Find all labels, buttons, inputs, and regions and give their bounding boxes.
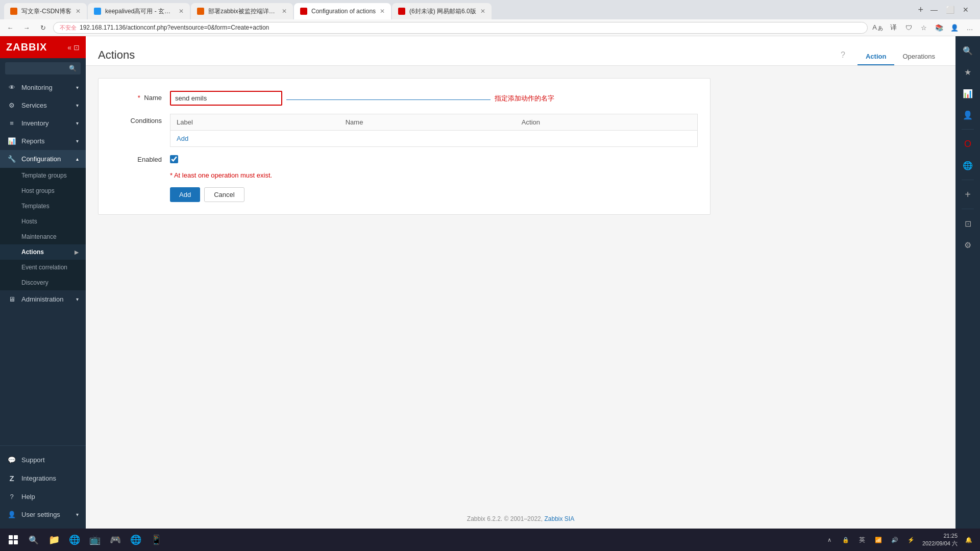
taskbar-lang-icon: 英: [855, 533, 869, 547]
tab-operations[interactable]: Operations: [894, 48, 943, 65]
start-button[interactable]: [4, 531, 22, 549]
tab-action[interactable]: Action: [857, 48, 894, 65]
conditions-section: Conditions Label Name Action: [111, 114, 698, 147]
sidebar-item-monitoring[interactable]: 👁 Monitoring ▾: [0, 79, 86, 96]
sidebar-item-help[interactable]: ? Help: [0, 488, 86, 506]
close-button[interactable]: ✕: [960, 6, 972, 14]
taskbar-chrome-button[interactable]: 🌐: [65, 531, 84, 549]
taskbar-clock[interactable]: 21:25 2022/09/04 六: [922, 532, 958, 548]
page-footer: Zabbix 6.2.2. © 2001–2022, Zabbix SIA: [86, 509, 955, 529]
right-panel-office-button[interactable]: O: [959, 135, 977, 153]
enabled-label: Enabled: [111, 156, 162, 163]
browser-tab-tab1[interactable]: 写文章-CSDN博客 ✕: [4, 3, 87, 19]
tab-close-tab5[interactable]: ✕: [480, 8, 485, 15]
browser-tab-tab3[interactable]: 部署zabbix被监控端详解 - 玄凌… ✕: [191, 3, 293, 19]
taskbar-up-arrow-button[interactable]: ∧: [822, 533, 837, 547]
add-button[interactable]: Add: [170, 187, 200, 202]
tab-close-tab3[interactable]: ✕: [282, 8, 287, 15]
cancel-button[interactable]: Cancel: [204, 187, 244, 202]
footer-link[interactable]: Zabbix SIA: [544, 515, 574, 522]
shield-icon[interactable]: 🛡: [902, 21, 915, 34]
sidebar-item-label: Reports: [21, 137, 45, 145]
read-aloud-button[interactable]: Aぁ: [872, 21, 884, 34]
conditions-table: Label Name Action Add: [170, 114, 698, 147]
sidebar-item-integrations[interactable]: Z Integrations: [0, 469, 86, 488]
inventory-icon: ≡: [7, 119, 16, 127]
form-panel: * Name 指定添加动作的名字: [98, 78, 710, 215]
right-panel-user-button[interactable]: 👤: [959, 106, 977, 124]
error-message: * At least one operation must exist.: [170, 171, 698, 179]
sidebar-item-configuration[interactable]: 🔧 Configuration ▴: [0, 150, 86, 168]
sidebar-item-inventory[interactable]: ≡ Inventory ▾: [0, 114, 86, 132]
taskbar-search-button[interactable]: 🔍: [24, 531, 43, 549]
right-panel-settings-button[interactable]: ⚙: [959, 236, 977, 254]
submenu-item-discovery[interactable]: Discovery: [0, 275, 86, 290]
profile-button[interactable]: 👤: [948, 21, 961, 34]
chevron-down-icon: ▾: [76, 120, 79, 126]
search-input[interactable]: [9, 65, 69, 72]
sidebar-item-user-settings[interactable]: 👤 User settings ▾: [0, 506, 86, 523]
taskbar-tablet-button[interactable]: 📱: [147, 531, 165, 549]
refresh-button[interactable]: ↻: [37, 21, 49, 34]
name-hint-text: 指定添加动作的名字: [495, 94, 554, 103]
address-text: 192.168.171.136/actionconf.php?eventsour…: [80, 24, 269, 31]
tab-close-tab4[interactable]: ✕: [380, 8, 385, 15]
tab-close-tab2[interactable]: ✕: [179, 8, 184, 15]
page-header: Actions ? Action Operations: [86, 36, 955, 66]
taskbar-app4-button[interactable]: 🎮: [106, 531, 125, 549]
sidebar-item-label: Services: [21, 102, 47, 109]
browser-tab-tab5[interactable]: (6封未读) 网易邮箱6.0版 ✕: [392, 3, 492, 19]
right-panel-edge-button[interactable]: 🌐: [959, 156, 977, 174]
col-header-name: Name: [339, 114, 516, 131]
submenu-item-templates[interactable]: Templates: [0, 198, 86, 214]
restore-button[interactable]: ⬜: [943, 6, 958, 14]
name-input[interactable]: [170, 91, 282, 106]
right-panel-star-button[interactable]: ★: [959, 63, 977, 81]
right-panel-search-button[interactable]: 🔍: [959, 41, 977, 60]
minimize-button[interactable]: —: [927, 6, 941, 14]
collapse-sidebar-button[interactable]: «: [67, 43, 71, 52]
taskbar-notification-button[interactable]: 🔔: [962, 533, 976, 547]
submenu-item-event-correlation[interactable]: Event correlation: [0, 260, 86, 275]
address-bar[interactable]: 不安全 192.168.171.136/actionconf.php?event…: [53, 22, 868, 34]
browser-tab-tab4[interactable]: Configuration of actions ✕: [294, 3, 391, 19]
sidebar-settings-button[interactable]: ⊡: [74, 43, 80, 52]
configuration-icon: 🔧: [7, 155, 16, 163]
favorites-button[interactable]: ☆: [918, 21, 930, 34]
new-tab-button[interactable]: +: [916, 5, 925, 15]
browser-tab-tab2[interactable]: keepalived高可用 - 玄凌道人 ✕: [88, 3, 190, 19]
right-panel-separator2: [962, 180, 974, 180]
more-button[interactable]: …: [964, 21, 976, 34]
submenu-item-template-groups[interactable]: Template groups: [0, 168, 86, 183]
taskbar-wifi-icon[interactable]: 📶: [871, 533, 886, 547]
tab-close-tab1[interactable]: ✕: [76, 8, 81, 15]
enabled-checkbox[interactable]: [170, 155, 178, 163]
taskbar-battery-icon: ⚡: [904, 533, 918, 547]
submenu-item-actions[interactable]: Actions ▶: [0, 244, 86, 260]
taskbar-right: ∧ 🔒 英 📶 🔊 ⚡ 21:25 2022/09/04 六 🔔: [822, 532, 976, 548]
right-panel-add-button[interactable]: +: [959, 185, 977, 204]
translate-button[interactable]: 译: [887, 21, 899, 34]
sidebar-item-reports[interactable]: 📊 Reports ▾: [0, 132, 86, 150]
sidebar-item-label: Configuration: [21, 155, 61, 163]
collections-button[interactable]: 📚: [933, 21, 945, 34]
add-condition-link[interactable]: Add: [177, 135, 188, 142]
svg-rect-0: [9, 535, 13, 539]
sidebar-item-services[interactable]: ⚙ Services ▾: [0, 96, 86, 114]
submenu-item-host-groups[interactable]: Host groups: [0, 183, 86, 198]
submenu-item-maintenance[interactable]: Maintenance: [0, 229, 86, 244]
right-panel: 🔍 ★ 📊 👤 O 🌐 + ⊡ ⚙: [955, 36, 980, 529]
back-button[interactable]: ←: [4, 21, 16, 34]
taskbar-edge-button[interactable]: 🌐: [127, 531, 145, 549]
submenu-item-hosts[interactable]: Hosts: [0, 214, 86, 229]
right-panel-chart-button[interactable]: 📊: [959, 84, 977, 103]
taskbar-app3-button[interactable]: 📺: [86, 531, 104, 549]
actions-label: Actions: [21, 248, 44, 256]
taskbar-volume-icon[interactable]: 🔊: [888, 533, 902, 547]
taskbar-file-explorer-button[interactable]: 📁: [45, 531, 63, 549]
sidebar-item-administration[interactable]: 🖥 Administration ▾: [0, 290, 86, 308]
page-help-icon[interactable]: ?: [841, 51, 845, 60]
sidebar-item-support[interactable]: 💬 Support: [0, 451, 86, 469]
forward-button[interactable]: →: [20, 21, 33, 34]
right-panel-expand-button[interactable]: ⊡: [959, 214, 977, 233]
